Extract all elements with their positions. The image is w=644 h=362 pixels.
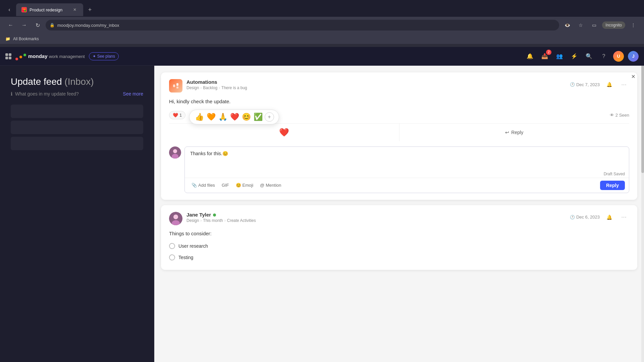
bookmarks-label[interactable]: All Bookmarks xyxy=(13,37,39,41)
checklist-item-user-research: User research xyxy=(169,240,629,252)
seen-count: 👁 2 Seen xyxy=(610,113,629,118)
jane-tyler-card: Jane Tyler Design › This month › Create … xyxy=(161,205,637,270)
tab-close-btn[interactable]: ✕ xyxy=(72,7,78,13)
people-icon[interactable]: 👥 xyxy=(554,51,565,62)
sidebar-item-3[interactable] xyxy=(11,137,143,150)
svg-point-0 xyxy=(22,10,24,12)
overlay-close-button[interactable]: × xyxy=(628,71,639,82)
see-plans-button[interactable]: ✦ See plans xyxy=(89,52,119,60)
automations-author-name: Automations xyxy=(186,79,566,85)
emoji-smile[interactable]: 😊 xyxy=(241,112,252,122)
at-icon: @ xyxy=(260,183,264,188)
automations-date: 🕐 Dec 7, 2023 xyxy=(570,82,600,87)
eye-slash-icon[interactable]: 👁️ xyxy=(562,20,573,31)
emoji-smiley-icon: 😊 xyxy=(236,183,241,188)
automations-bell-icon[interactable]: 🔔 xyxy=(604,79,614,90)
reaction-number: 1 xyxy=(179,113,182,118)
svg-point-3 xyxy=(15,58,18,60)
grid-menu-icon-wrapper[interactable] xyxy=(5,53,11,59)
help-icon[interactable]: ? xyxy=(598,51,609,62)
see-more-link[interactable]: See more xyxy=(123,91,143,97)
emoji-btn[interactable]: 😊 Emoji xyxy=(233,181,256,189)
automations-breadcrumb: Design › Backlog › There is a bug xyxy=(186,85,566,90)
sidebar-item-1[interactable] xyxy=(11,105,143,118)
jane-card-meta: 🕐 Dec 6, 2023 🔔 ⋯ xyxy=(570,212,629,223)
emoji-toolbar-label: Emoji xyxy=(243,183,254,188)
jane-date-text: Dec 6, 2023 xyxy=(576,215,600,220)
jane-card-body: Things to consider: xyxy=(169,231,629,236)
sidebar-icon[interactable]: ▭ xyxy=(589,20,599,31)
grid-menu-icon xyxy=(5,53,11,59)
update-feed-title: Update feed (Inbox) xyxy=(11,76,143,87)
inbox-badge: 2 xyxy=(546,50,551,55)
jane-date: 🕐 Dec 6, 2023 xyxy=(570,215,600,220)
lightning-icon[interactable]: ⚡ xyxy=(569,51,580,62)
checklist-item-testing: Testing xyxy=(169,252,629,263)
jane-bell-icon[interactable]: 🔔 xyxy=(604,212,614,223)
scroll-thumb xyxy=(641,47,644,173)
jane-clock-icon: 🕐 xyxy=(570,215,575,220)
monday-text: monday work management xyxy=(28,53,85,59)
reply-input[interactable]: Thanks for this.😊 xyxy=(185,147,629,170)
bookmarks-folder-icon: 📁 xyxy=(5,37,10,41)
checklist-label-user-research: User research xyxy=(178,243,208,249)
new-tab-btn[interactable]: + xyxy=(85,4,95,15)
checkbox-user-research[interactable] xyxy=(169,243,175,249)
monday-logo[interactable]: monday work management xyxy=(15,52,85,60)
user-avatar-2-header[interactable]: J xyxy=(628,51,639,62)
header-icons: 🔔 📥 2 👥 ⚡ 🔍 ? U J xyxy=(525,51,639,62)
checklist-label-testing: Testing xyxy=(178,255,193,260)
sidebar-item-2[interactable] xyxy=(11,121,143,134)
reply-action-btn[interactable]: ↩ Reply xyxy=(399,124,630,141)
back-btn[interactable]: ← xyxy=(5,20,16,31)
gif-btn[interactable]: GIF xyxy=(219,181,232,189)
user-avatar-header[interactable]: U xyxy=(613,51,624,62)
emoji-orange-heart[interactable]: 🧡 xyxy=(206,112,216,122)
automations-more-icon[interactable]: ⋯ xyxy=(619,79,629,90)
svg-point-1 xyxy=(23,9,25,10)
jane-avatar xyxy=(169,212,182,225)
breadcrumb-design: Design xyxy=(186,85,199,90)
draft-saved-label: Draft Saved xyxy=(604,172,625,176)
nav-icons: 👁️ ☆ ▭ Incognito ⋮ xyxy=(562,20,639,31)
svg-point-2 xyxy=(24,10,26,12)
heart-float-display: ❤️ xyxy=(169,124,399,141)
action-divider: ❤️ ↩ Reply xyxy=(169,123,629,141)
emoji-pray[interactable]: 🙏 xyxy=(218,112,228,122)
reply-icon: ↩ xyxy=(505,130,509,135)
reply-submit-btn[interactable]: Reply xyxy=(600,181,625,190)
emoji-check[interactable]: ✅ xyxy=(253,112,263,122)
automations-card: Automations Design › Backlog › There is … xyxy=(161,72,637,200)
bookmark-star-icon[interactable]: ☆ xyxy=(575,20,586,31)
add-emoji-btn[interactable]: + xyxy=(265,112,274,122)
search-icon[interactable]: 🔍 xyxy=(584,51,594,62)
refresh-btn[interactable]: ↻ xyxy=(32,20,43,31)
notifications-icon-wrapper[interactable]: 🔔 xyxy=(525,51,535,62)
reaction-count[interactable]: ❤️ 1 xyxy=(169,111,185,119)
bookmarks-bar: 📁 All Bookmarks xyxy=(0,34,644,44)
monday-logo-icon xyxy=(15,52,26,60)
incognito-badge: Incognito xyxy=(602,21,625,29)
jane-more-icon[interactable]: ⋯ xyxy=(619,212,629,223)
inbox-icon-wrapper[interactable]: 📥 2 xyxy=(539,51,550,62)
address-bar[interactable]: 🔒 moodjoy.monday.com/my_inbox xyxy=(46,20,559,31)
automations-card-meta: 🕐 Dec 7, 2023 🔔 ⋯ xyxy=(570,79,629,90)
tab-favicon xyxy=(21,7,27,12)
forward-btn[interactable]: → xyxy=(19,20,30,31)
emoji-heart[interactable]: ❤️ xyxy=(229,112,240,122)
svg-point-13 xyxy=(173,215,178,219)
active-tab[interactable]: Product redesign ✕ xyxy=(16,3,83,16)
jane-sep-1: › xyxy=(200,218,202,223)
jane-author-name: Jane Tyler xyxy=(186,212,211,218)
automations-icon xyxy=(169,79,182,93)
add-files-btn[interactable]: 📎 Add files xyxy=(189,181,218,189)
emoji-thumbsup[interactable]: 👍 xyxy=(194,112,205,122)
checkbox-testing[interactable] xyxy=(169,254,175,260)
emoji-picker-popup: 👍 🧡 🙏 ❤️ 😊 ✅ + xyxy=(189,110,279,124)
more-options-icon[interactable]: ⋮ xyxy=(628,20,639,31)
scroll-indicator[interactable] xyxy=(641,47,644,362)
mention-btn[interactable]: @ Mention xyxy=(257,181,284,189)
tab-back-btn[interactable]: ‹ xyxy=(4,4,15,15)
automations-card-info: Automations Design › Backlog › There is … xyxy=(186,79,566,90)
main-content[interactable]: × Automations Design xyxy=(154,66,644,362)
